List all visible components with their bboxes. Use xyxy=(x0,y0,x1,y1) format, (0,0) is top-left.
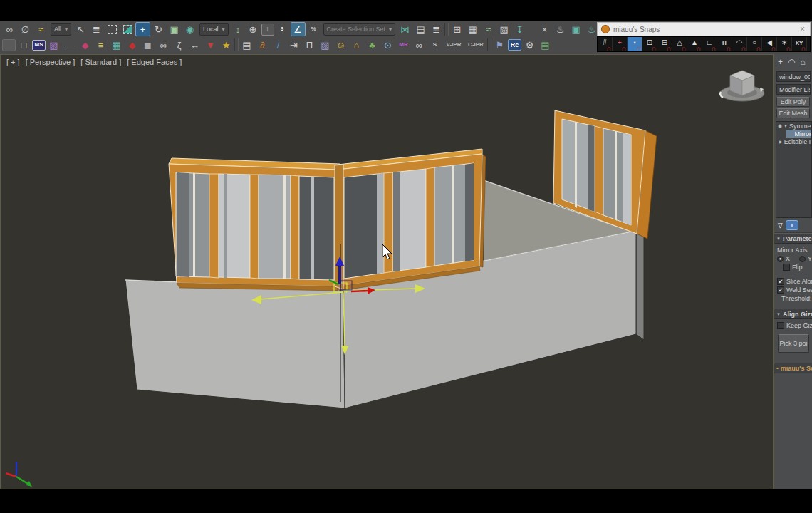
poly-box-icon[interactable]: ◼ xyxy=(140,38,155,52)
curve-editor-icon[interactable]: ≈ xyxy=(481,22,496,36)
pixel-snap-icon[interactable]: ▪ ∩ xyxy=(628,37,642,51)
tiger-plugin-icon[interactable]: ★ xyxy=(219,38,234,52)
show-end-result-button[interactable]: ‖ xyxy=(786,220,798,230)
arc-snap-icon[interactable]: ◠ ∩ xyxy=(732,37,747,51)
select-and-link-icon[interactable]: ∞ xyxy=(2,22,17,36)
star-snap-icon[interactable]: ∗ ∩ xyxy=(777,37,792,51)
miauu-snaps-titlebar[interactable]: miauu's Snaps × xyxy=(597,22,811,36)
grid-snap-icon[interactable]: # ∩ xyxy=(598,37,613,51)
wall-left[interactable] xyxy=(125,280,345,408)
binoculars-icon[interactable]: ∞ xyxy=(412,38,427,52)
sep[interactable] xyxy=(444,23,449,36)
flag-tool-icon[interactable]: ⚑ xyxy=(492,38,507,52)
lamp-tool-icon[interactable]: ⌂ xyxy=(349,38,364,52)
snap-utility-icon[interactable]: × xyxy=(537,22,552,36)
align-gizmo-rollout-header[interactable]: ▼ Align Gizmo xyxy=(774,309,812,319)
tab-create[interactable]: + xyxy=(778,57,783,67)
curve-tool-icon[interactable]: ∞ xyxy=(156,38,171,52)
edit-poly-button[interactable]: Edit Poly xyxy=(776,97,810,107)
perspective-viewport[interactable]: [ + ] [ Perspective ] [ Standard ] [ Edg… xyxy=(0,54,774,489)
collapse-tool-icon[interactable]: ◆ xyxy=(125,38,140,52)
array-tool-icon[interactable]: ≡ xyxy=(93,38,108,52)
select-by-name-icon[interactable]: ≣ xyxy=(89,22,104,36)
unlink-selection-icon[interactable]: ∅ xyxy=(18,22,33,36)
vipr-button[interactable]: V-IPR xyxy=(443,38,464,52)
rc-tool-icon[interactable]: Rc xyxy=(508,39,521,51)
endpoint-snap-icon[interactable]: ⊡ ∩ xyxy=(642,37,657,51)
ribbon-toggle-icon[interactable]: ▦ xyxy=(465,22,480,36)
object-name-field[interactable]: window_001 xyxy=(776,71,811,82)
smiley-tool-icon[interactable]: ☺ xyxy=(333,38,348,52)
layer-manager-icon[interactable]: ≣ xyxy=(429,22,444,36)
parallel-snap-icon[interactable]: H ∩ xyxy=(717,37,732,51)
frog-plugin-icon[interactable]: ♣ xyxy=(365,38,380,52)
marker-plugin-icon[interactable]: ▼ xyxy=(203,38,218,52)
radio-x[interactable]: ● xyxy=(777,256,784,262)
cursor-snap-icon[interactable]: ◀ ∩ xyxy=(762,37,777,51)
viewport-menu-pov[interactable]: [ Perspective ] xyxy=(26,58,76,66)
perpendicular-snap-icon[interactable]: ∟ ∩ xyxy=(702,37,717,51)
selection-filter-dropdown[interactable]: All ▾ xyxy=(51,23,71,36)
maxscript-icon[interactable]: MS xyxy=(32,40,46,51)
face-snap-icon[interactable]: △ ∩ xyxy=(672,37,687,51)
create-selection-set-dropdown[interactable]: Create Selection Set ▾ xyxy=(323,23,396,36)
in-out-range-icon[interactable]: ⇥ xyxy=(286,38,301,52)
flip-checkbox[interactable] xyxy=(783,264,790,271)
substance-icon[interactable]: S xyxy=(427,38,442,52)
edit-mesh-button[interactable]: Edit Mesh xyxy=(776,108,810,118)
sep[interactable] xyxy=(487,38,491,51)
schematic-view-icon[interactable]: ▧ xyxy=(496,22,511,36)
rectangular-selection-region-icon[interactable] xyxy=(105,22,120,36)
bind-to-space-warp-icon[interactable]: ≈ xyxy=(33,22,48,36)
percent-snap-icon[interactable]: % xyxy=(306,22,321,36)
window-crossing-icon[interactable] xyxy=(120,22,135,36)
script-editor-icon[interactable]: ▧ xyxy=(318,38,333,52)
mirror-icon[interactable]: ⋈ xyxy=(397,22,412,36)
tab-hierarchy[interactable]: ⌂ xyxy=(801,57,806,67)
window-band-left[interactable] xyxy=(169,158,340,291)
pen-tool-icon[interactable]: / xyxy=(271,38,286,52)
tab-modify[interactable]: ◠ xyxy=(788,57,795,67)
stack-item-mirror[interactable]: Mirror xyxy=(786,130,811,138)
settings-list-icon[interactable]: ▤ xyxy=(239,38,254,52)
select-and-rotate-icon[interactable]: ↻ xyxy=(151,22,166,36)
radio-y[interactable] xyxy=(799,256,806,262)
spacing-tool-icon[interactable]: ↔ xyxy=(187,38,202,52)
midpoint-snap-icon[interactable]: ⊟ ∩ xyxy=(657,37,672,51)
ruler-tool-icon[interactable]: Π xyxy=(302,38,317,52)
eye-icon[interactable]: ◉ xyxy=(778,123,782,129)
face-filled-snap-icon[interactable]: ▲ ∩ xyxy=(687,37,702,51)
circle-snap-icon[interactable]: ○ ∩ xyxy=(747,37,762,51)
select-and-move-icon[interactable]: + xyxy=(135,22,150,36)
select-and-place-icon[interactable]: ◉ xyxy=(182,22,197,36)
material-editor-icon[interactable]: ↧ xyxy=(512,22,527,36)
spline-tool-icon[interactable]: ζ xyxy=(172,38,187,52)
clone-options-icon[interactable]: ▦ xyxy=(109,38,124,52)
new-dialog-icon[interactable]: □ xyxy=(16,38,31,52)
reference-coordinate-dropdown[interactable]: Local ▾ xyxy=(199,23,229,36)
mr-tool-icon[interactable]: MR xyxy=(396,38,411,52)
angle-snap-icon[interactable]: ∠ xyxy=(291,22,306,36)
parameters-rollout-header[interactable]: ▼ Parameters xyxy=(774,233,812,244)
snaps-toggle-icon[interactable]: 3 xyxy=(275,22,290,36)
blank-button[interactable] xyxy=(2,39,16,51)
close-icon[interactable]: × xyxy=(798,25,806,33)
pin-stack-icon[interactable]: ∇ xyxy=(778,222,783,229)
scene-explorer-icon[interactable]: ⊞ xyxy=(449,22,464,36)
viewport-menu-general[interactable]: [ + ] xyxy=(6,58,20,66)
pipe-link-icon[interactable]: ∂ xyxy=(255,38,270,52)
pick-3-points-button[interactable]: Pick 3 poi xyxy=(778,334,809,353)
wrench-tool-icon[interactable]: ⚙ xyxy=(522,38,537,52)
align-icon[interactable]: ▤ xyxy=(413,22,428,36)
view-cube[interactable] xyxy=(720,71,764,101)
scene-notes-icon[interactable]: ◆ xyxy=(78,38,93,52)
viewport-3d-scene[interactable] xyxy=(1,55,773,489)
use-pivot-point-icon[interactable]: ↕ xyxy=(231,22,246,36)
asset-browser-icon[interactable]: ▨ xyxy=(46,38,61,52)
viewport-menu-shading[interactable]: [ Standard ] xyxy=(80,58,121,66)
keep-gizmo-checkbox[interactable] xyxy=(777,322,784,329)
render-setup-icon[interactable]: ♨ xyxy=(553,22,568,36)
dash-icon[interactable]: — xyxy=(62,38,77,52)
rendered-frame-window-icon[interactable]: ▣ xyxy=(568,22,583,36)
expand-arrow-icon[interactable]: ▶ xyxy=(779,139,783,144)
